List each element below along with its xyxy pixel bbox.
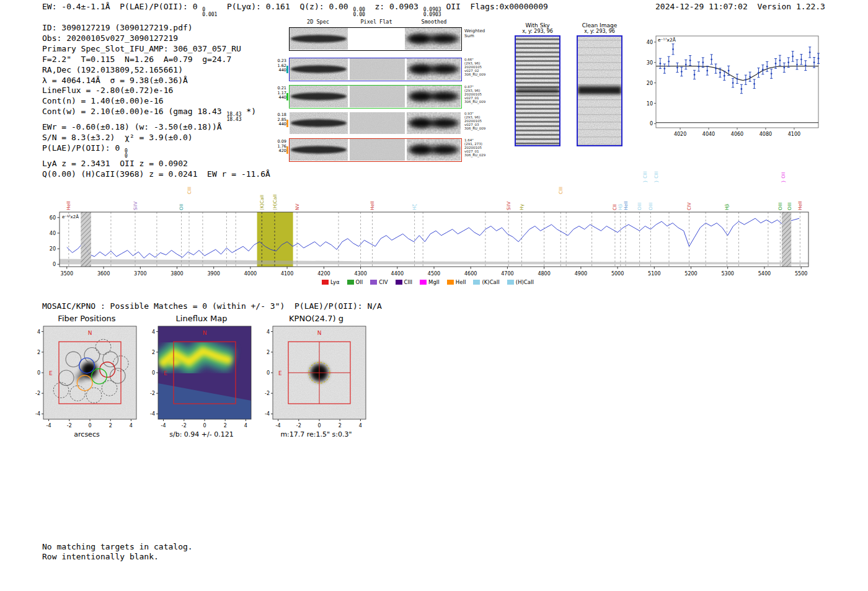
- cutout-title: Lineflux Map: [140, 314, 264, 323]
- smooth-strip-image: [407, 112, 461, 134]
- legend-label: (K)CaII: [482, 279, 499, 285]
- svg-text:CII: CII: [612, 204, 618, 210]
- svg-text:0: 0: [53, 262, 56, 267]
- footer-line: Row intentionally blank.: [42, 552, 193, 562]
- clean-image-title: Clean Image: [575, 22, 624, 29]
- text-segment: Obs: 20200105v027_3090127219: [42, 33, 178, 43]
- svg-text:0: 0: [37, 370, 40, 376]
- stacked-fraction: 00.001: [202, 7, 217, 17]
- svg-text:0: 0: [203, 423, 206, 429]
- legend-label: HeII: [456, 279, 466, 285]
- spec2d-row: [289, 58, 462, 81]
- svg-text:} CIII: } CIII: [642, 171, 648, 183]
- svg-text:-4: -4: [35, 411, 40, 417]
- svg-text:-4: -4: [46, 423, 51, 429]
- spec2d-row-right-values: 0.87"(293, 96)20200105v027_01306_RU_009: [464, 85, 485, 104]
- header-datetime: 2024-12-29 11:07:02: [655, 2, 748, 11]
- legend-swatch: [473, 280, 480, 285]
- svg-text:CIII: CIII: [187, 187, 192, 194]
- svg-text:OIII: OIII: [777, 202, 783, 210]
- legend-label: OII: [356, 279, 363, 285]
- svg-text:} CIII: } CIII: [653, 171, 659, 183]
- text-segment: Primary Spec_Slot_IFU_AMP: 306_037_057_R…: [42, 44, 241, 53]
- compass-east-label: E: [278, 370, 282, 376]
- spec-strip-image: [290, 112, 348, 134]
- svg-text:20: 20: [50, 246, 56, 252]
- x-ticks: 40204040406040804100: [674, 128, 800, 137]
- with-sky-panel: With Sky x, y: 293, 96: [513, 22, 562, 148]
- info-line: ID: 3090127219 (3090127219.pdf): [42, 23, 270, 33]
- text-segment: OII Flags:0x00000009: [441, 2, 548, 11]
- svg-text:4: 4: [267, 329, 270, 335]
- svg-text:4100: 4100: [281, 271, 293, 277]
- emission-line-labels: HeIISiIVOIICIII(K)CaII(H)CaIINVHeIIHζSiI…: [66, 171, 803, 210]
- clean-image-panel: Clean Image x, y: 293, 96: [575, 22, 624, 148]
- svg-text:OIII: OIII: [648, 202, 653, 210]
- info-line: EWr = -0.60(±0.18) (w: -3.50(±0.18))Å: [42, 122, 270, 133]
- spec2d-column-title: 2D Spec: [307, 19, 329, 25]
- compass-north-label: N: [88, 330, 92, 336]
- flat-strip-image: [350, 58, 405, 80]
- elixer-report-page: EW: -0.4±-1.1Å P(LAE)/P(OII): 0 00.001 P…: [0, 0, 868, 591]
- text-segment: P(Lyα): 0.161 Q(z): 0.00: [217, 2, 353, 11]
- text-segment: EWr = -0.60(±0.18) (w: -3.50(±0.18))Å: [42, 122, 222, 131]
- cutout-plot-kpno: NE-4-4-2-2002244: [254, 324, 378, 430]
- svg-text:2: 2: [109, 423, 112, 429]
- svg-text:HeII: HeII: [370, 201, 375, 210]
- cutout-content: NE: [158, 326, 251, 419]
- svg-text:4040: 4040: [702, 131, 715, 137]
- legend-label: MgII: [428, 279, 440, 285]
- info-line: F=2.2" T=0.115 N=1.26 A=0.79 g=24.7: [42, 55, 270, 65]
- info-line: Cont(n) = 1.40(±0.00)e-16: [42, 96, 270, 107]
- svg-text:4200: 4200: [317, 271, 330, 277]
- legend-swatch: [322, 280, 329, 285]
- legend-item: MgII: [420, 279, 440, 285]
- cutout-image: NE-4-4-2-2002244: [25, 324, 149, 430]
- info-line: S/N = 8.3(±3.2) χ² = 3.9(±0.0): [42, 133, 270, 143]
- cutout-image: NE-4-4-2-2002244: [254, 324, 378, 430]
- svg-text:4020: 4020: [674, 131, 686, 137]
- legend-label: CIII: [404, 279, 412, 285]
- masked-region: [782, 212, 791, 267]
- svg-text:} OII: } OII: [781, 172, 786, 183]
- svg-text:-4: -4: [161, 423, 166, 429]
- svg-text:0: 0: [317, 423, 321, 429]
- svg-text:40: 40: [647, 40, 653, 45]
- svg-text:5500: 5500: [795, 271, 807, 277]
- svg-text:2: 2: [224, 423, 227, 429]
- header-summary-line: EW: -0.4±-1.1Å P(LAE)/P(OII): 0 00.001 P…: [42, 2, 548, 17]
- svg-text:5300: 5300: [722, 271, 734, 277]
- spec-strip-image: [290, 86, 348, 107]
- compass-east-label: E: [164, 370, 167, 376]
- fiber-color-tick: [286, 66, 288, 73]
- svg-text:2: 2: [152, 350, 155, 355]
- weighted-sum-row: [289, 27, 462, 51]
- svg-text:4: 4: [130, 423, 133, 429]
- info-line: Cont(w) = 2.10(±0.00)e-16 (gmag 18.43 18…: [42, 107, 270, 122]
- with-sky-coords: x, y: 293, 96: [513, 29, 562, 34]
- flat-strip-image: [350, 86, 405, 107]
- svg-text:4080: 4080: [760, 131, 772, 137]
- legend-item: OII: [347, 279, 363, 285]
- svg-text:4100: 4100: [788, 131, 800, 137]
- cutout-plot-lineflux: NE-4-4-2-2002244: [140, 324, 264, 430]
- y-ticks: 010203040: [647, 40, 656, 127]
- legend-item: Lyα: [322, 279, 340, 285]
- legend-item: CIV: [370, 279, 388, 285]
- spec2d-panel: 2D SpecPixel FlatSmoothedWeightedSum0.23…: [275, 19, 484, 162]
- smooth-strip-image: [407, 139, 461, 161]
- stacked-fraction: 18.4318.43: [226, 112, 241, 122]
- with-sky-image: [515, 35, 560, 146]
- svg-text:30: 30: [647, 60, 653, 66]
- svg-text:CIV: CIV: [686, 202, 692, 210]
- legend-swatch: [396, 280, 402, 285]
- svg-text:4900: 4900: [575, 271, 587, 277]
- svg-text:-4: -4: [276, 423, 281, 429]
- spectrum-chart: 3500360037003800390040004100420043004400…: [35, 167, 821, 289]
- units-note: e⁻¹⁷x2Å: [658, 37, 676, 43]
- cutout-caption: m:17.7 re:1.5" s:0.3": [254, 430, 378, 438]
- svg-text:(H)CaII: (H)CaII: [272, 194, 278, 210]
- svg-text:Hγ: Hγ: [519, 203, 525, 210]
- svg-text:(K)CaII: (K)CaII: [259, 195, 265, 210]
- fiber-color-tick: [286, 146, 288, 154]
